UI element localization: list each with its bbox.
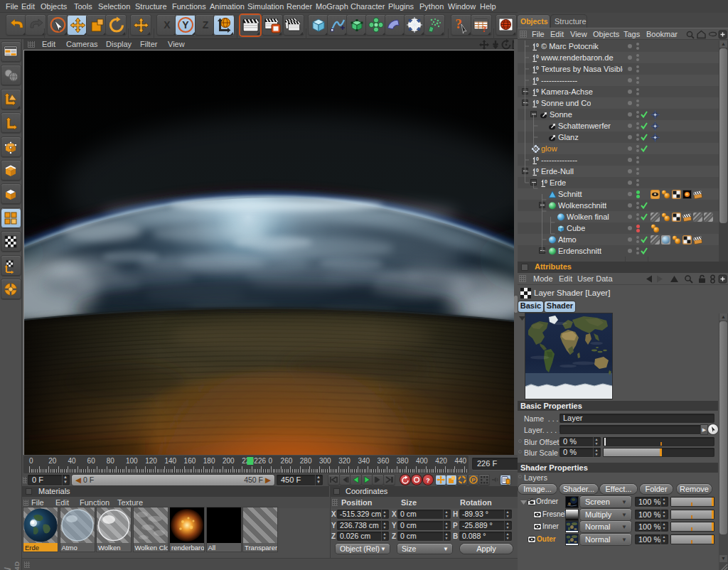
svg-text:440: 440 xyxy=(454,457,466,465)
svg-text:?: ? xyxy=(455,16,462,31)
svg-text:P: P xyxy=(471,477,476,483)
svg-text:0: 0 xyxy=(545,179,547,184)
svg-text:?: ? xyxy=(482,23,487,33)
svg-text:60: 60 xyxy=(87,457,96,465)
svg-text:380: 380 xyxy=(397,457,409,465)
svg-text:40: 40 xyxy=(68,457,76,465)
svg-text:160: 160 xyxy=(184,457,196,465)
svg-text:120: 120 xyxy=(145,457,157,465)
svg-text:Z: Z xyxy=(203,19,209,31)
svg-text:0: 0 xyxy=(268,457,272,465)
svg-text:0: 0 xyxy=(536,65,539,70)
svg-text:0: 0 xyxy=(536,168,539,173)
svg-text:280: 280 xyxy=(300,457,312,465)
svg-text:340: 340 xyxy=(358,457,370,465)
svg-text:20: 20 xyxy=(48,457,57,465)
svg-text:0: 0 xyxy=(536,54,539,59)
svg-text:226: 226 xyxy=(254,457,266,465)
svg-text:420: 420 xyxy=(435,457,447,465)
svg-text:80: 80 xyxy=(107,457,115,465)
svg-text:300: 300 xyxy=(319,457,331,465)
svg-text:0: 0 xyxy=(536,156,539,161)
svg-text:180: 180 xyxy=(203,457,215,465)
svg-text:0: 0 xyxy=(536,43,539,48)
svg-text:260: 260 xyxy=(281,457,293,465)
svg-text:140: 140 xyxy=(164,457,176,465)
svg-text:0: 0 xyxy=(536,88,539,93)
svg-text:0: 0 xyxy=(29,457,33,465)
svg-text:400: 400 xyxy=(416,457,428,465)
svg-text:0: 0 xyxy=(536,77,539,82)
svg-text:320: 320 xyxy=(338,457,350,465)
svg-text:X: X xyxy=(164,19,171,31)
svg-text:Y: Y xyxy=(182,19,189,31)
svg-text:200: 200 xyxy=(223,457,235,465)
svg-text:?: ? xyxy=(426,477,430,484)
svg-text:0: 0 xyxy=(536,100,539,104)
svg-text:360: 360 xyxy=(378,457,390,465)
svg-text:100: 100 xyxy=(126,457,138,465)
